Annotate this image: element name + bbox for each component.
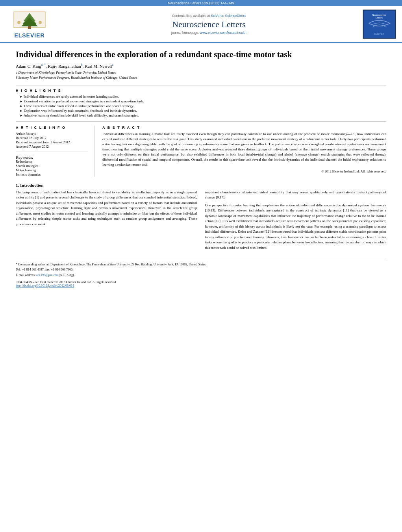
author2-name: , Rajiv Ranganathan bbox=[46, 64, 81, 69]
journal-title: Neuroscience Letters bbox=[59, 19, 359, 30]
issn-text: 0304-3940/$ – see front matter © 2012 El… bbox=[16, 280, 386, 284]
abstract-copyright: © 2012 Elsevier Ireland Ltd. All rights … bbox=[102, 169, 386, 173]
highlights-section: H I G H L I G H T S Individual differenc… bbox=[16, 89, 386, 117]
svg-point-5 bbox=[17, 21, 20, 24]
abstract-column: A B S T R A C T Individual differences i… bbox=[102, 126, 386, 177]
divider-1 bbox=[16, 85, 386, 85]
intro-heading: 1. Introduction bbox=[16, 183, 386, 187]
svg-point-6 bbox=[39, 21, 42, 24]
highlight-item-1: Individual differences are rarely assess… bbox=[16, 95, 386, 98]
svg-text:ELSEVIER: ELSEVIER bbox=[374, 33, 384, 35]
cover-image: Neuroscience Letters ELSEVIER bbox=[363, 9, 396, 39]
intro-para-3: One perspective to motor learning that e… bbox=[205, 203, 387, 251]
svg-rect-4 bbox=[28, 26, 31, 29]
email-link[interactable]: ack196@psu.edu bbox=[36, 273, 58, 277]
article-footer: * Corresponding author at: Department of… bbox=[16, 259, 386, 287]
keywords-section: Keywords: Redundancy Search strategies M… bbox=[16, 155, 88, 176]
history-label: Article history: bbox=[16, 132, 88, 135]
affiliation-b: b Sensory Motor Performance Program, Reh… bbox=[16, 76, 386, 80]
elsevier-logo: ELSEVIER bbox=[4, 10, 55, 39]
doi-link[interactable]: http://dx.doi.org/10.1016/j.neulet.2012.… bbox=[16, 284, 74, 287]
keyword-4: Intrinsic dynamics bbox=[16, 172, 88, 176]
citation-text: Neuroscience Letters 529 (2012) 144–149 bbox=[168, 1, 234, 5]
highlight-item-2: Examined variation in preferred movement… bbox=[16, 99, 386, 103]
homepage-link[interactable]: www.elsevier.com/locate/neulet bbox=[200, 31, 246, 35]
email-person: (A.C. King). bbox=[59, 273, 74, 277]
sciverse-link[interactable]: SciVerse ScienceDirect bbox=[211, 14, 246, 18]
author3-sup: a bbox=[112, 63, 113, 67]
abstract-text: Individual differences in learning a mot… bbox=[102, 132, 386, 167]
journal-center: Contents lists available at SciVerse Sci… bbox=[55, 14, 363, 35]
keyword-1: Redundancy bbox=[16, 159, 88, 163]
article-history: Article history: Received 18 July 2012 R… bbox=[16, 132, 88, 148]
keywords-label: Keywords: bbox=[16, 155, 88, 159]
authors-line: Adam C. Kinga, *, Rajiv Ranganathanb, Ka… bbox=[16, 63, 386, 69]
body-col-left: The uniqueness of each individual has cl… bbox=[16, 190, 197, 253]
keyword-2: Search strategies bbox=[16, 164, 88, 168]
keyword-3: Motor learning bbox=[16, 168, 88, 172]
author1-name: Adam C. King bbox=[16, 64, 41, 69]
footnote-corresponding: * Corresponding author at: Department of… bbox=[16, 262, 386, 267]
intro-para-1: The uniqueness of each individual has cl… bbox=[16, 190, 197, 227]
intro-para-2: important characteristics of inter-indiv… bbox=[205, 190, 387, 200]
highlight-item-3: Three clusters of individuals varied in … bbox=[16, 104, 386, 108]
body-section: 1. Introduction The uniqueness of each i… bbox=[16, 183, 386, 253]
sciverse-text: Contents lists available at SciVerse Sci… bbox=[59, 14, 359, 18]
email-label: E-mail address: bbox=[16, 273, 35, 277]
journal-citation-bar: Neuroscience Letters 529 (2012) 144–149 bbox=[0, 0, 402, 6]
cover-svg: Neuroscience Letters ELSEVIER bbox=[363, 9, 396, 39]
article-content: Individual differences in the exploratio… bbox=[0, 43, 402, 295]
page: Neuroscience Letters 529 (2012) 144–149 … bbox=[0, 0, 402, 532]
elsevier-brand-label: ELSEVIER bbox=[14, 32, 44, 39]
footer-issn: 0304-3940/$ – see front matter © 2012 El… bbox=[16, 280, 386, 287]
highlight-item-5: Adaptive learning should include skill l… bbox=[16, 113, 386, 117]
journal-header: ELSEVIER Contents lists available at Sci… bbox=[0, 6, 402, 43]
divider-2 bbox=[16, 121, 386, 122]
info-abstract-columns: A R T I C L E I N F O Article history: R… bbox=[16, 126, 386, 177]
accepted-date: Accepted 7 August 2012 bbox=[16, 145, 88, 148]
abstract-label: A B S T R A C T bbox=[102, 126, 386, 130]
affiliation-a: a Department of Kinesiology, Pennsylvani… bbox=[16, 70, 386, 75]
journal-cover: Neuroscience Letters ELSEVIER bbox=[363, 9, 398, 39]
footnote-email: E-mail address: ack196@psu.edu (A.C. Kin… bbox=[16, 273, 386, 277]
svg-text:Neuroscience: Neuroscience bbox=[372, 14, 386, 16]
article-info-column: A R T I C L E I N F O Article history: R… bbox=[16, 126, 94, 177]
article-info-label: A R T I C L E I N F O bbox=[16, 126, 88, 130]
elsevier-tree-icon bbox=[12, 10, 47, 32]
author3-name: , Karl M. Newell bbox=[83, 64, 112, 69]
affiliations: a Department of Kinesiology, Pennsylvani… bbox=[16, 70, 386, 80]
homepage-text: journal homepage: www.elsevier.com/locat… bbox=[59, 31, 359, 35]
body-col-right: important characteristics of inter-indiv… bbox=[205, 190, 387, 253]
received-revised-date: Received in revised form 1 August 2012 bbox=[16, 140, 88, 144]
article-title: Individual differences in the exploratio… bbox=[16, 49, 386, 60]
highlight-item-4: Exploration was influenced by task const… bbox=[16, 109, 386, 113]
svg-text:Letters: Letters bbox=[376, 17, 383, 19]
divider-3 bbox=[16, 152, 88, 152]
footnote-tel: Tel.: +1 814 863 4037; fax: +1 814 863 7… bbox=[16, 267, 386, 272]
body-two-columns: The uniqueness of each individual has cl… bbox=[16, 190, 386, 253]
received-date: Received 18 July 2012 bbox=[16, 136, 88, 140]
highlights-label: H I G H L I G H T S bbox=[16, 89, 386, 93]
author1-sup: a, * bbox=[41, 63, 46, 67]
